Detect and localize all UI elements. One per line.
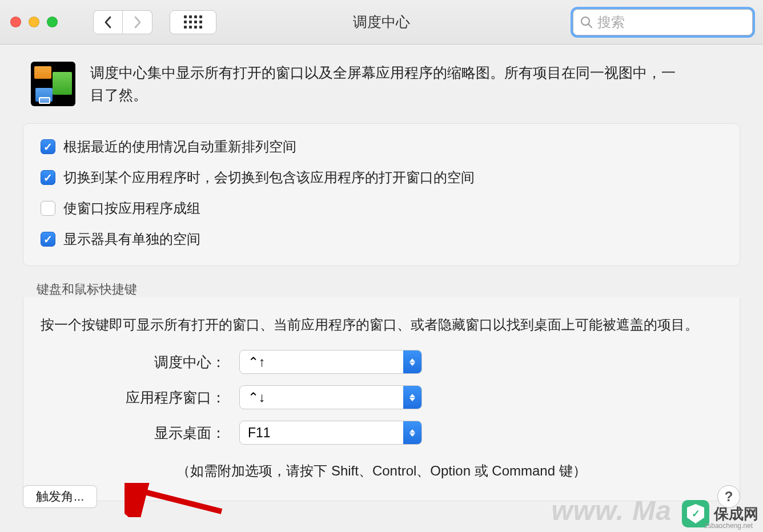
checkbox-group-by-app[interactable] bbox=[41, 201, 55, 216]
minimize-window-button[interactable] bbox=[29, 17, 39, 27]
titlebar: 调度中心 bbox=[0, 0, 763, 45]
option-label: 使窗口按应用程序成组 bbox=[63, 199, 200, 217]
option-row-2: 使窗口按应用程序成组 bbox=[41, 199, 722, 217]
shortcut-select-mission-control[interactable]: ⌃↑ bbox=[239, 350, 422, 374]
option-label: 根据最近的使用情况自动重新排列空间 bbox=[63, 138, 296, 156]
chevron-updown-icon bbox=[403, 421, 421, 444]
shortcut-select-app-windows[interactable]: ⌃↓ bbox=[239, 385, 422, 409]
keyboard-hint: （如需附加选项，请按下 Shift、Control、Option 或 Comma… bbox=[41, 462, 722, 480]
shortcut-label: 应用程序窗口： bbox=[41, 388, 239, 407]
shortcut-label: 调度中心： bbox=[41, 353, 239, 372]
show-all-button[interactable] bbox=[170, 10, 216, 34]
shortcut-row-show-desktop: 显示桌面： F11 bbox=[41, 421, 722, 445]
search-field[interactable] bbox=[573, 9, 753, 35]
grid-icon bbox=[184, 15, 202, 29]
options-box: 根据最近的使用情况自动重新排列空间 切换到某个应用程序时，会切换到包含该应用程序… bbox=[23, 123, 740, 266]
svg-line-2 bbox=[136, 490, 222, 511]
mission-control-icon bbox=[31, 62, 75, 106]
chevron-updown-icon bbox=[403, 350, 421, 373]
shortcut-row-app-windows: 应用程序窗口： ⌃↓ bbox=[41, 385, 722, 409]
intro-text: 调度中心集中显示所有打开的窗口以及全屏幕应用程序的缩略图。所有项目在同一视图中，… bbox=[90, 62, 684, 106]
option-label: 显示器具有单独的空间 bbox=[63, 230, 200, 248]
back-button[interactable] bbox=[93, 10, 123, 34]
close-window-button[interactable] bbox=[10, 17, 21, 27]
option-row-0: 根据最近的使用情况自动重新排列空间 bbox=[41, 138, 722, 156]
hot-corners-button[interactable]: 触发角... bbox=[23, 485, 97, 508]
zoom-window-button[interactable] bbox=[47, 17, 58, 27]
shortcut-row-mission-control: 调度中心： ⌃↑ bbox=[41, 350, 722, 374]
checkbox-switch-space[interactable] bbox=[41, 170, 55, 185]
option-label: 切换到某个应用程序时，会切换到包含该应用程序的打开窗口的空间 bbox=[63, 168, 475, 187]
checkbox-auto-rearrange[interactable] bbox=[41, 139, 55, 154]
nav-buttons bbox=[93, 10, 152, 34]
shortcut-value: ⌃↓ bbox=[248, 390, 266, 405]
option-row-3: 显示器具有单独的空间 bbox=[41, 230, 722, 248]
watermark-sub: zsbaocheng.net bbox=[704, 522, 753, 530]
shortcut-value: ⌃↑ bbox=[248, 354, 266, 370]
annotation-arrow-icon bbox=[125, 483, 227, 517]
search-input[interactable] bbox=[597, 14, 745, 30]
shortcut-select-show-desktop[interactable]: F11 bbox=[239, 421, 422, 445]
keyboard-box: 按一个按键即可显示所有打开的窗口、当前应用程序的窗口、或者隐藏窗口以找到桌面上可… bbox=[23, 297, 740, 501]
intro-section: 调度中心集中显示所有打开的窗口以及全屏幕应用程序的缩略图。所有项目在同一视图中，… bbox=[23, 62, 740, 106]
hot-corners-label: 触发角... bbox=[36, 488, 84, 505]
watermark-brand: 保成网 bbox=[714, 504, 758, 524]
checkbox-separate-spaces[interactable] bbox=[41, 232, 55, 247]
watermark-bg: www. Ma bbox=[551, 495, 672, 526]
watermark: ✓ 保成网 zsbaocheng.net bbox=[682, 500, 758, 527]
traffic-lights bbox=[10, 17, 58, 27]
option-row-1: 切换到某个应用程序时，会切换到包含该应用程序的打开窗口的空间 bbox=[41, 168, 722, 187]
shortcut-value: F11 bbox=[248, 425, 271, 441]
search-icon bbox=[580, 16, 593, 29]
chevron-updown-icon bbox=[403, 386, 421, 409]
forward-button[interactable] bbox=[123, 10, 152, 34]
window-title: 调度中心 bbox=[353, 13, 410, 31]
keyboard-header: 键盘和鼠标快捷键 bbox=[37, 281, 740, 298]
svg-line-1 bbox=[588, 24, 592, 27]
keyboard-description: 按一个按键即可显示所有打开的窗口、当前应用程序的窗口、或者隐藏窗口以找到桌面上可… bbox=[41, 316, 722, 334]
shortcut-label: 显示桌面： bbox=[41, 424, 239, 442]
